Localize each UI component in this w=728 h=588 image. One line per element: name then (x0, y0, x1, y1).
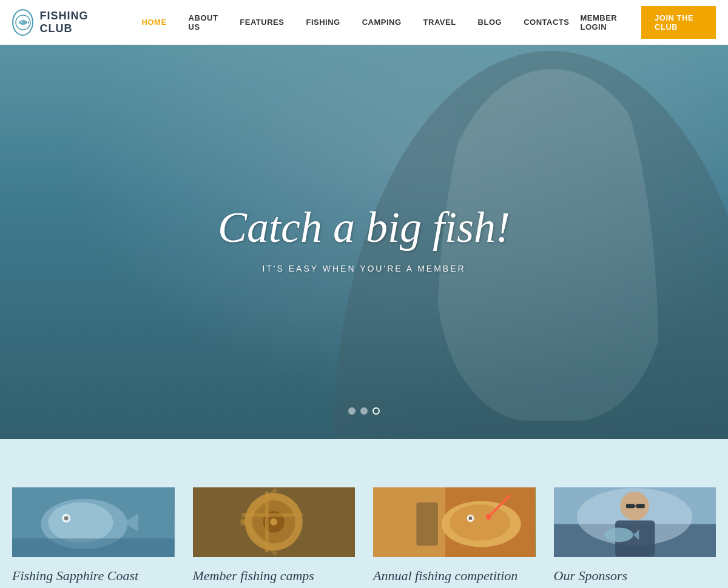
sponsor-image-svg (554, 487, 716, 557)
reel-image-svg (193, 487, 356, 557)
nav-about[interactable]: ABOUT US (178, 0, 229, 45)
hero-content: Catch a big fish! IT'S EASY WHEN YOU'RE … (218, 204, 510, 273)
svg-point-15 (270, 518, 277, 526)
nav-blog[interactable]: BLOG (467, 0, 513, 45)
feature-image-4 (554, 487, 716, 557)
nav-home[interactable]: HOME (131, 0, 178, 45)
logo-icon (12, 9, 33, 36)
nav-camping[interactable]: CAMPING (351, 0, 413, 45)
feature-image-2 (193, 487, 356, 557)
carousel-dot-1[interactable] (348, 407, 356, 415)
feature-card-1: Fishing Sapphire Coast THE FAR SOUTH COA… (12, 487, 175, 588)
join-club-button[interactable]: JOIN THE CLUB (641, 6, 716, 39)
svg-point-1 (19, 20, 27, 25)
svg-marker-2 (27, 21, 29, 24)
feature-title-3: Annual fishing competition (373, 568, 536, 584)
nav-fishing[interactable]: FISHING (295, 0, 351, 45)
svg-rect-28 (416, 503, 438, 546)
fish-image-svg (12, 487, 175, 557)
logo-area[interactable]: FISHING CLUB (12, 9, 107, 36)
carousel-dots (348, 407, 380, 415)
nav-travel[interactable]: TRAVEL (413, 0, 467, 45)
features-grid: Fishing Sapphire Coast THE FAR SOUTH COA… (12, 487, 716, 588)
hero-section: Catch a big fish! IT'S EASY WHEN YOU'RE … (0, 45, 728, 439)
fish-icon (15, 14, 32, 31)
hero-subtitle: IT'S EASY WHEN YOU'RE A MEMBER (218, 264, 510, 273)
site-header: FISHING CLUB HOME ABOUT US FEATURES FISH… (0, 0, 728, 45)
svg-point-27 (485, 514, 491, 520)
feature-image-1 (12, 487, 175, 557)
svg-rect-10 (12, 538, 175, 557)
svg-point-6 (48, 503, 113, 543)
features-section: Fishing Sapphire Coast THE FAR SOUTH COA… (0, 439, 728, 588)
feature-title-2: Member fishing camps (193, 568, 356, 584)
svg-point-3 (21, 21, 22, 22)
carousel-dot-3[interactable] (372, 407, 380, 415)
svg-point-8 (64, 516, 69, 520)
feature-title-1: Fishing Sapphire Coast (12, 568, 175, 584)
member-login-link[interactable]: MEMBER LOGIN (580, 13, 629, 32)
header-right: MEMBER LOGIN JOIN THE CLUB (580, 6, 716, 39)
carousel-dot-2[interactable] (360, 407, 368, 415)
svg-point-38 (604, 527, 633, 542)
feature-card-3: Annual fishing competition THE COMPETITI… (373, 487, 536, 588)
svg-rect-36 (636, 504, 644, 508)
feature-card-4: Our Sponsors THE SUCCESS OF THE COMPETIT… (554, 487, 716, 588)
feature-image-3 (373, 487, 536, 557)
feature-title-4: Our Sponsors (554, 568, 716, 584)
nav-contacts[interactable]: CONTACTS (513, 0, 580, 45)
main-nav: HOME ABOUT US FEATURES FISHING CAMPING T… (131, 0, 581, 45)
hero-title: Catch a big fish! (218, 204, 510, 252)
feature-card-2: Member fishing camps IF YOU ARE A MEMBER… (193, 487, 356, 588)
svg-rect-35 (625, 504, 634, 508)
svg-point-25 (469, 516, 473, 520)
svg-point-23 (450, 504, 510, 540)
logo-text: FISHING CLUB (39, 10, 106, 35)
competition-image-svg (373, 487, 536, 557)
nav-features[interactable]: FEATURES (229, 0, 295, 45)
